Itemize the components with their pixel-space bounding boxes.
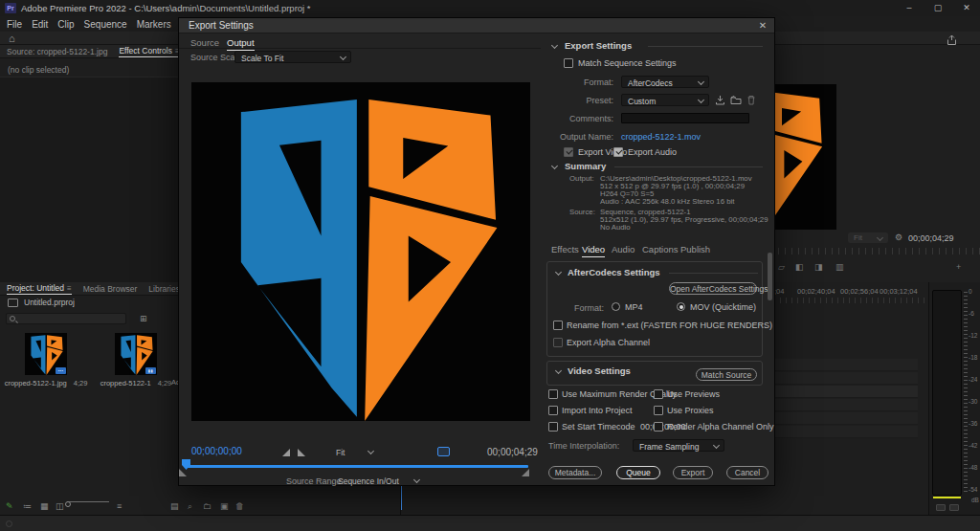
program-zoom-select[interactable]: Fit (848, 232, 888, 243)
tab-publish[interactable]: Publish (680, 244, 710, 254)
dialog-tab-source[interactable]: Source (190, 37, 219, 48)
tab-effect-controls[interactable]: Effect Controls≡ (119, 46, 179, 57)
range-handle-right-icon[interactable] (522, 469, 529, 476)
tab-captions[interactable]: Captions (642, 244, 679, 254)
metadata-button[interactable]: Metadata... (548, 466, 602, 479)
menu-sequence[interactable]: Sequence (84, 19, 127, 30)
ruler-timecode: 00;03;12;04 (880, 287, 918, 296)
divider (614, 166, 763, 167)
extract-icon[interactable]: ◧ (795, 262, 804, 272)
freeform-view-icon[interactable]: ◫ (56, 501, 64, 511)
solo-left-button[interactable] (936, 504, 946, 511)
project-item[interactable]: ••• cropped-5122-1.jpg4;29 (0, 333, 92, 387)
panel-menu-icon[interactable]: ≡ (67, 284, 72, 293)
menu-edit[interactable]: Edit (32, 19, 48, 30)
bin-filter-icon[interactable]: ⊞ (140, 314, 147, 323)
set-start-timecode-checkbox[interactable] (548, 422, 558, 431)
find-icon[interactable]: ⌕ (188, 501, 192, 512)
use-previews-checkbox[interactable] (654, 389, 663, 399)
max-render-quality-checkbox[interactable] (548, 389, 558, 399)
lift-icon[interactable]: ▱ (778, 262, 785, 272)
preview-zoom-select[interactable]: Fit (330, 446, 378, 458)
sort-icon[interactable]: ≡ (117, 501, 122, 511)
format-select[interactable]: AfterCodecs (621, 76, 709, 88)
settings-wrench-icon[interactable]: ⚙ (895, 232, 902, 243)
tab-audio[interactable]: Audio (612, 244, 635, 254)
import-preset-folder-icon[interactable] (730, 95, 742, 107)
dialog-title: Export Settings (189, 20, 254, 31)
save-preset-icon[interactable] (715, 95, 725, 107)
open-aftercodecs-button[interactable]: Open AfterCodecs Settings (669, 282, 757, 295)
zoom-slider-knob[interactable] (65, 501, 71, 507)
automate-sequence-icon[interactable]: ▤ (170, 501, 179, 511)
cancel-button[interactable]: Cancel (726, 466, 768, 479)
chevron-down-icon (713, 442, 720, 449)
source-range-select[interactable]: Sequence In/Out (332, 475, 424, 487)
search-icon (10, 316, 15, 321)
close-icon[interactable]: ✕ (961, 2, 972, 13)
home-icon[interactable]: ⌂ (9, 33, 15, 44)
icon-view-icon[interactable]: ▦ (40, 501, 49, 511)
queue-button[interactable]: Queue (616, 466, 660, 479)
source-scaling-select[interactable]: Scale To Fit (234, 51, 351, 63)
comparison-view-icon[interactable]: ▥ (835, 262, 844, 272)
output-name-link[interactable]: cropped-5122-1.mov (621, 132, 701, 142)
delete-preset-trash-icon[interactable] (746, 95, 756, 107)
sequence-badge-icon: ▮▮ (145, 367, 156, 374)
match-source-button[interactable]: Match Source (696, 368, 757, 381)
comments-input[interactable] (621, 113, 749, 123)
export-button[interactable]: Export (673, 466, 713, 479)
project-file-name[interactable]: Untitled.prproj (24, 298, 75, 307)
export-alpha-label: Export Alpha Channel (567, 338, 650, 347)
export-frame-icon[interactable]: ◨ (814, 262, 823, 272)
new-bin-icon[interactable]: 🗀 (203, 501, 212, 511)
export-video-checkbox[interactable] (564, 147, 573, 157)
mp4-radio[interactable] (612, 302, 620, 311)
tab-source-monitor[interactable]: Source: cropped-5122-1.jpg (7, 47, 107, 56)
time-interpolation-select[interactable]: Frame Sampling (633, 439, 724, 452)
preview-scrubber-track[interactable] (186, 465, 528, 468)
crop-icon[interactable] (437, 447, 450, 456)
import-into-project-checkbox[interactable] (548, 406, 558, 415)
quick-export-icon[interactable] (946, 33, 959, 44)
range-handle-left-icon[interactable] (179, 469, 187, 476)
new-item-icon[interactable]: ▣ (220, 501, 229, 511)
preview-current-timecode[interactable]: 00;00;00;00 (191, 446, 242, 456)
collapse-chevron-icon[interactable] (551, 163, 558, 169)
list-view-icon[interactable]: ≔ (23, 501, 32, 511)
export-audio-checkbox[interactable] (613, 147, 623, 157)
dialog-titlebar[interactable]: Export Settings ✕ (179, 18, 774, 33)
trash-icon[interactable]: 🗑 (235, 501, 244, 511)
menu-file[interactable]: File (7, 19, 22, 30)
clip-thumbnail[interactable]: ▮▮ (115, 333, 157, 375)
use-proxies-checkbox[interactable] (654, 406, 663, 415)
mov-radio[interactable] (677, 302, 685, 311)
tab-video[interactable]: Video (582, 244, 605, 257)
project-item[interactable]: ▮▮ cropped-5122-14;29 (90, 333, 182, 387)
writable-pencil-icon[interactable]: ✎ (6, 501, 13, 511)
export-alpha-checkbox[interactable] (553, 338, 563, 347)
dialog-close-icon[interactable]: ✕ (757, 20, 768, 32)
mark-out-icon[interactable] (298, 449, 305, 456)
preset-select[interactable]: Custom (621, 94, 709, 106)
collapse-chevron-icon[interactable] (551, 42, 558, 49)
tab-project[interactable]: Project: Untitled≡ (7, 283, 72, 295)
rename-checkbox[interactable] (553, 321, 563, 330)
mark-in-icon[interactable] (282, 449, 290, 456)
tab-media-browser[interactable]: Media Browser (83, 284, 138, 294)
solo-right-button[interactable] (949, 504, 959, 511)
minimize-icon[interactable]: – (903, 2, 915, 13)
render-alpha-only-checkbox[interactable] (654, 422, 663, 431)
maximize-icon[interactable]: ▢ (932, 2, 944, 13)
zoom-slider-track[interactable] (67, 501, 109, 502)
menu-markers[interactable]: Markers (137, 19, 171, 30)
button-editor-icon[interactable]: + (956, 262, 961, 272)
summary-source-line: No Audio (600, 223, 631, 232)
tab-effects[interactable]: Effects (551, 244, 579, 254)
dialog-scrollbar[interactable] (768, 253, 772, 300)
menu-clip[interactable]: Clip (57, 19, 74, 30)
tab-libraries[interactable]: Libraries (148, 284, 180, 294)
clip-thumbnail[interactable]: ••• (25, 333, 67, 375)
search-input[interactable] (6, 313, 126, 324)
match-sequence-checkbox[interactable] (564, 58, 573, 68)
